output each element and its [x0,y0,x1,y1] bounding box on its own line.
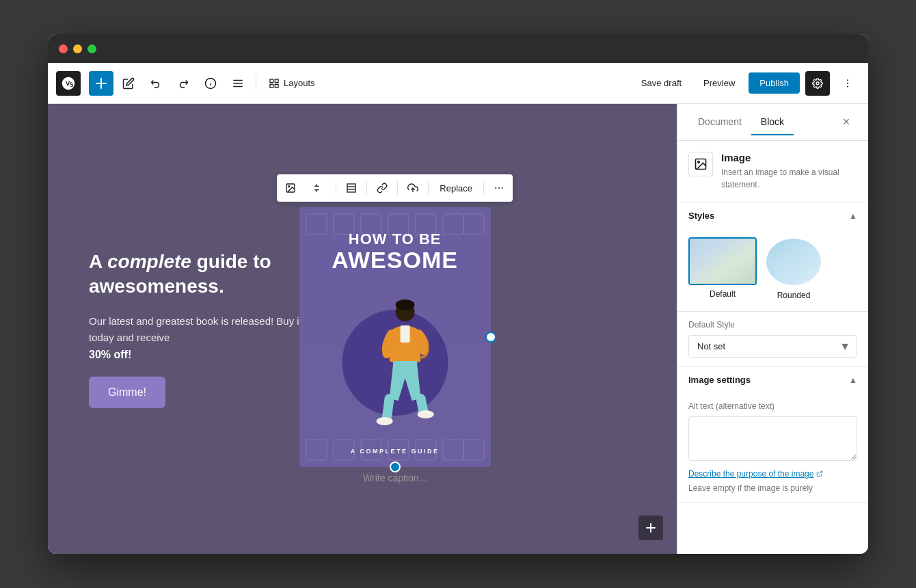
alt-text-link[interactable]: Describe the purpose of the image [688,469,823,479]
link-icon [377,183,388,193]
more-image-options-button[interactable] [488,177,510,199]
plus-icon [95,77,107,90]
svg-point-13 [847,85,848,87]
block-description: Insert an image to make a visual stateme… [721,166,857,191]
style-rounded-image [766,239,821,285]
svg-point-40 [376,417,392,425]
traffic-lights [59,44,96,53]
close-button[interactable] [59,44,68,53]
image-settings-content: Alt text (alternative text) Describe the… [677,393,868,503]
toolbar-divider [256,75,256,92]
svg-point-11 [847,79,848,81]
book-wrapper: HOW TO BE AWESOME [299,207,491,467]
styles-section: Styles ▲ Default Rounded [677,202,868,312]
link-button[interactable] [371,177,393,199]
minimize-button[interactable] [73,44,82,53]
save-draft-button[interactable]: Save draft [633,72,690,94]
svg-point-20 [495,187,496,189]
book-title-line1: HOW TO BE [332,231,458,248]
alt-text-link-text: Describe the purpose of the image [688,469,813,479]
pencil-icon [122,77,135,90]
book-subtitle: A COMPLETE GUIDE [351,448,440,455]
image-icon-button[interactable] [280,177,301,199]
layouts-button[interactable]: Layouts [262,74,322,93]
style-default-image [690,239,755,284]
wordpress-logo [56,71,81,96]
more-vertical-icon [842,78,853,89]
redo-icon [177,77,189,90]
svg-rect-30 [306,440,327,460]
svg-rect-39 [400,325,409,343]
alt-text-input[interactable] [688,416,857,461]
add-block-fab[interactable] [638,516,663,540]
image-caption[interactable]: Write caption... [277,472,513,483]
editor-toolbar: Layouts Save draft Preview Publish [48,63,868,104]
info-button[interactable] [198,71,223,96]
align-icon [346,183,357,193]
preview-button[interactable]: Preview [695,72,743,94]
default-style-section: Default Style Not set ▼ [677,312,868,366]
align-button[interactable] [340,177,362,199]
add-icon [645,522,656,533]
book-title: HOW TO BE AWESOME [332,231,458,273]
block-tab[interactable]: Block [751,109,794,135]
gimme-button[interactable]: Gimme! [89,377,165,408]
resize-handle-right[interactable] [485,332,496,343]
style-default-option[interactable]: Default [688,237,757,300]
default-style-label: Default Style [688,320,857,330]
image-settings-section: Image settings ▲ Alt text (alternative t… [677,366,868,503]
toolbar-divider-3 [397,181,398,195]
style-default-label: Default [710,289,736,299]
svg-rect-8 [270,84,273,88]
alt-text-note: Leave empty if the image is purely [688,482,857,494]
up-down-icon [313,183,321,193]
image-icon [285,183,296,193]
info-icon [204,77,217,90]
upload-button[interactable] [402,177,424,199]
style-rounded-label: Rounded [777,291,811,300]
svg-rect-9 [275,84,278,88]
editor-area: A complete guide to awesomeness. Our lat… [48,104,677,554]
toolbar-divider-4 [428,181,429,195]
svg-point-10 [816,82,819,85]
add-block-button[interactable] [89,71,113,96]
svg-point-41 [417,410,433,418]
publish-button[interactable]: Publish [749,72,800,94]
image-settings-header[interactable]: Image settings ▲ [677,366,868,393]
settings-button[interactable] [805,71,830,96]
svg-rect-6 [270,79,273,83]
svg-line-44 [820,471,823,475]
list-view-button[interactable] [226,71,250,96]
main-area: A complete guide to awesomeness. Our lat… [48,104,868,554]
promo-title-italic: complete [107,251,191,272]
svg-point-21 [498,187,500,189]
svg-rect-23 [306,214,327,235]
toolbar-right: Save draft Preview Publish [633,71,860,96]
title-bar [48,34,868,63]
replace-button[interactable]: Replace [433,181,479,196]
app-window: Layouts Save draft Preview Publish [48,34,868,554]
alt-text-label: Alt text (alternative text) [688,401,857,411]
image-arrows-button[interactable] [303,177,332,199]
undo-button[interactable] [144,71,168,96]
gear-icon [812,78,823,89]
redo-button[interactable] [171,71,196,96]
document-tab[interactable]: Document [688,109,751,135]
more-options-button[interactable] [835,71,860,96]
default-style-select[interactable]: Not set [688,335,857,358]
list-icon [232,77,244,90]
svg-rect-7 [275,79,278,83]
sidebar-panel: Document Block × Image Insert an i [677,104,868,554]
image-block-icon [694,157,708,171]
sidebar-close-button[interactable]: × [835,111,857,133]
styles-section-header[interactable]: Styles ▲ [677,202,868,229]
edit-tool-button[interactable] [116,71,141,96]
maximize-button[interactable] [87,44,96,53]
svg-point-22 [502,187,503,189]
toolbar-divider-1 [336,181,336,195]
promo-discount: 30% off! [89,349,131,360]
book-image-container: Replace [277,174,513,483]
sidebar-header: Document Block × [677,104,868,141]
resize-handle-bottom[interactable] [390,462,401,472]
style-rounded-option[interactable]: Rounded [765,237,822,300]
